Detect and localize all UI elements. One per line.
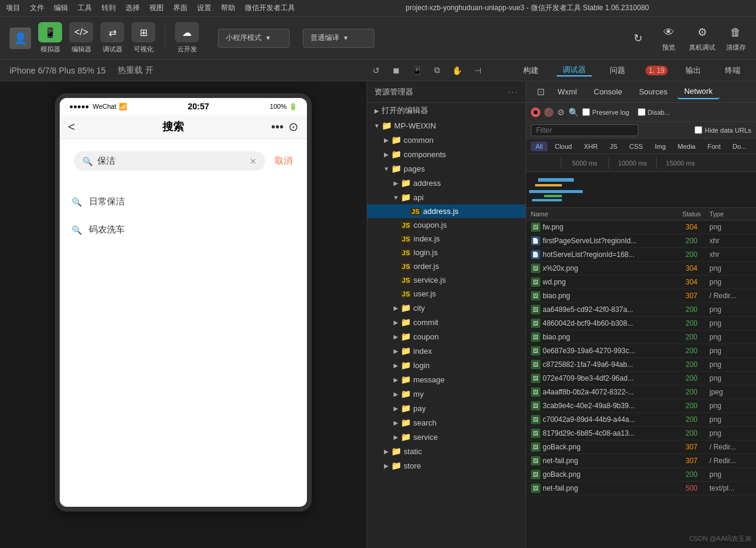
type-tab-font[interactable]: Font (703, 142, 726, 151)
scan-icon[interactable]: ⊙ (288, 120, 299, 134)
table-row[interactable]: 🖼aa6489e5-cd92-42f0-837a...200png (526, 303, 756, 317)
refresh-button[interactable]: ↻ (627, 30, 649, 47)
tree-folder-index[interactable]: ▶ 📁 index (367, 344, 525, 358)
list-item[interactable]: 🔍 码农洗车 (60, 216, 307, 244)
tree-file-order-js[interactable]: JS order.js (367, 259, 525, 273)
multi-icon[interactable]: ⧉ (434, 65, 440, 75)
mode-dropdown[interactable]: 小程序模式 ▼ (218, 29, 290, 48)
table-row[interactable]: 🖼8179d29c-6b85-4c08-aa13...200png (526, 427, 756, 440)
table-row[interactable]: 🖼c8725882-1fa7-49a6-94ab...200png (526, 358, 756, 372)
menu-item-tool[interactable]: 工具 (78, 3, 92, 13)
realtest-button[interactable]: ⚙ 真机调试 (689, 24, 715, 52)
list-item[interactable]: 🔍 日常保洁 (60, 188, 307, 216)
tree-folder-store[interactable]: ▶ 📁 store (367, 458, 525, 473)
table-row[interactable]: 🖼biao.png307/ Redir... (526, 289, 756, 303)
tree-file-user-js[interactable]: JS user.js (367, 287, 525, 301)
clear-icon[interactable]: ✕ (250, 157, 257, 166)
search-box[interactable]: 🔍 ✕ (74, 151, 265, 171)
col-type-header[interactable]: Type (709, 210, 751, 218)
debugger-button[interactable]: ⇄ 调试器 (100, 22, 124, 54)
disable-cache-checkbox[interactable]: Disab... (638, 108, 670, 116)
hide-data-urls-checkbox[interactable]: Hide data URLs (694, 126, 751, 134)
tree-folder-service[interactable]: ▶ 📁 service (367, 430, 525, 444)
tree-folder-message[interactable]: ▶ 📁 message (367, 372, 525, 387)
preserve-log-input[interactable] (582, 108, 590, 116)
col-status-header[interactable]: Status (674, 210, 709, 218)
tree-folder-search[interactable]: ▶ 📁 search (367, 415, 525, 430)
more-icon[interactable]: ••• (271, 120, 284, 134)
simulator-button[interactable]: 📱 模拟器 (38, 22, 62, 54)
table-row[interactable]: 🖼4860042d-bcf9-4b60-b308...200png (526, 317, 756, 330)
tree-folder-city[interactable]: ▶ 📁 city (367, 301, 525, 315)
tree-file-login-js[interactable]: JS login.js (367, 246, 525, 259)
menu-item-project[interactable]: 项目 (6, 3, 20, 13)
tree-folder-my[interactable]: ▶ 📁 my (367, 387, 525, 401)
tab-sources[interactable]: Sources (632, 85, 675, 99)
table-row[interactable]: 🖼a4aaff8b-0b2a-4072-8322-...200jpeg (526, 385, 756, 399)
mp-weixin-root[interactable]: ▼ 📁 MP-WEIXIN (367, 118, 525, 133)
tree-folder-components[interactable]: ▶ 📁 components (367, 147, 525, 161)
tree-file-index-js[interactable]: JS index.js (367, 232, 525, 246)
table-row[interactable]: 🖼072e4709-9be3-4df2-96ad...200png (526, 372, 756, 385)
filter-input[interactable] (531, 124, 638, 136)
table-row[interactable]: 🖼fw.png304png (526, 221, 756, 234)
preview-button[interactable]: 👁 预览 (658, 24, 680, 52)
type-tab-doc[interactable]: Do... (728, 142, 751, 151)
tab-console[interactable]: Console (586, 85, 629, 99)
cloud-button[interactable]: ☁ 云开发 (175, 22, 199, 54)
filter-icon[interactable]: ⚙ (557, 108, 565, 117)
tree-folder-static[interactable]: ▶ 📁 static (367, 444, 525, 458)
table-row[interactable]: 🖼0e687e39-19a6-4270-993c...200png (526, 344, 756, 358)
panel-menu-icon[interactable]: ··· (508, 87, 518, 96)
phone-icon[interactable]: 📱 (412, 66, 422, 75)
tree-file-coupon-js[interactable]: JS coupon.js (367, 218, 525, 232)
tree-folder-commit[interactable]: ▶ 📁 commit (367, 315, 525, 329)
search-icon-network[interactable]: 🔍 (568, 108, 579, 117)
type-tab-xhr[interactable]: XHR (579, 142, 603, 151)
menu-item-wechat-tools[interactable]: 微信开发者工具 (245, 3, 295, 13)
tree-folder-login[interactable]: ▶ 📁 login (367, 358, 525, 372)
menu-item-file[interactable]: 文件 (30, 3, 44, 13)
hide-data-urls-input[interactable] (694, 126, 702, 134)
menu-item-edit[interactable]: 编辑 (54, 3, 68, 13)
table-row[interactable]: 🖼net-fail.png307/ Redir... (526, 454, 756, 468)
menu-item-view[interactable]: 视图 (149, 3, 164, 13)
menu-item-help[interactable]: 帮助 (221, 3, 235, 13)
select-icon[interactable]: ⊣ (474, 66, 481, 75)
clearcache-button[interactable]: 🗑 清缓存 (725, 24, 746, 52)
wxml-tab-icon[interactable]: ⊡ (533, 86, 548, 97)
table-row[interactable]: 📄firstPageServeList?regionId...200xhr (526, 234, 756, 248)
table-row[interactable]: 📄hotServeList?regionId=168...200xhr (526, 248, 756, 262)
tab-wxml[interactable]: Wxml (551, 85, 585, 99)
tree-folder-pay[interactable]: ▶ 📁 pay (367, 401, 525, 415)
device-selector[interactable]: iPhone 6/7/8 Plus 85% 15 (10, 66, 106, 75)
tree-folder-address[interactable]: ▶ 📁 address (367, 176, 525, 190)
issues-tab[interactable]: 问题 (604, 65, 631, 76)
table-row[interactable]: 🖼wd.png304png (526, 275, 756, 289)
stop-icon[interactable]: ⏹ (392, 66, 400, 75)
menu-item-settings[interactable]: 设置 (197, 3, 211, 13)
table-row[interactable]: 🖼goBack.png200png (526, 468, 756, 482)
build-tab[interactable]: 构建 (517, 65, 545, 76)
tree-folder-api[interactable]: ▼ 📁 api (367, 190, 525, 204)
hotreload-toggle[interactable]: 热重载 开 (118, 65, 153, 76)
tree-file-service-js[interactable]: JS service.js (367, 273, 525, 287)
editor-button[interactable]: </> 编辑器 (69, 22, 93, 54)
tree-folder-pages[interactable]: ▼ 📁 pages (367, 161, 525, 176)
debugger-tab[interactable]: 调试器 (557, 65, 592, 76)
menu-item-goto[interactable]: 转到 (102, 3, 116, 13)
menu-item-select[interactable]: 选择 (125, 3, 140, 13)
opened-editors-section[interactable]: ▶ 打开的编辑器 (367, 103, 525, 118)
cancel-button[interactable]: 取消 (272, 155, 300, 167)
disable-cache-input[interactable] (638, 108, 646, 116)
table-row[interactable]: 🖼biao.png200png (526, 330, 756, 344)
compile-dropdown[interactable]: 普通编译 ▼ (303, 29, 374, 48)
hand-icon[interactable]: ✋ (452, 66, 462, 75)
table-row[interactable]: 🖼net-fail.png500text/pl... (526, 482, 756, 495)
col-name-header[interactable]: Name (531, 210, 674, 218)
search-input[interactable] (97, 156, 245, 166)
preserve-log-checkbox[interactable]: Preserve log (582, 108, 629, 116)
table-row[interactable]: 🖼goBack.png307/ Redir... (526, 440, 756, 454)
record-button[interactable]: ⏺ (531, 108, 540, 117)
table-row[interactable]: 🖼c70042a9-89d4-44b9-a44a...200png (526, 413, 756, 427)
